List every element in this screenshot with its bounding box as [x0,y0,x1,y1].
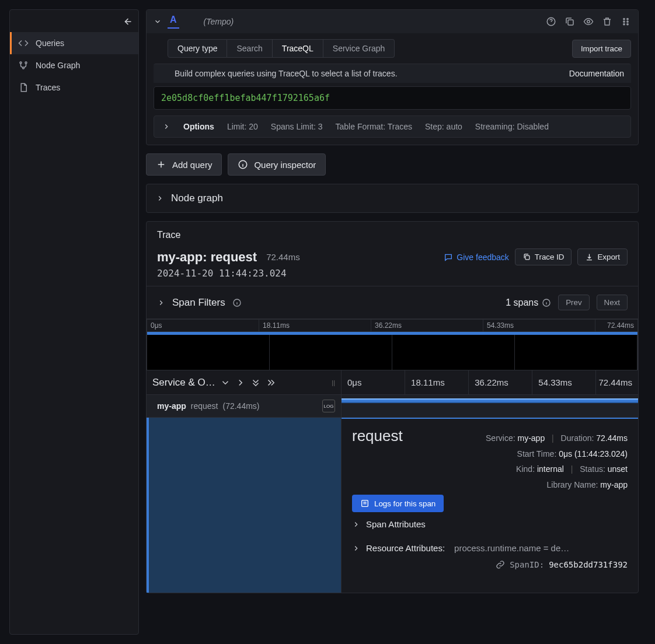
sidebar-item-traces[interactable]: Traces [10,76,138,99]
span-operation: request [191,401,218,411]
svg-point-7 [623,21,625,22]
node-graph-toggle[interactable]: Node graph [147,184,638,212]
tick: 36.22ms [469,370,532,394]
copy-icon[interactable] [565,16,575,27]
add-query-button[interactable]: Add query [146,153,222,176]
plus-icon [156,159,166,170]
chevron-right-icon[interactable] [235,377,246,388]
query-inspector-button[interactable]: Query inspector [228,153,326,176]
svg-point-11 [627,23,628,24]
resize-handle-icon[interactable]: || [332,379,335,386]
meta-start-key: Start Time: [517,449,557,459]
sidebar-item-label: Queries [36,38,64,48]
double-chevron-down-icon[interactable] [250,377,261,388]
span-detail-gutter [147,418,342,593]
datasource-letter[interactable]: A [168,15,179,29]
trace-duration: 72.44ms [266,252,300,262]
link-icon[interactable] [496,560,505,569]
node-graph-title: Node graph [171,192,223,204]
traceql-input[interactable]: 2e05d8cf0eff1befab447f1792165a6f [154,86,631,110]
resource-attributes-toggle[interactable]: Resource Attributes: process.runtime.nam… [352,536,628,560]
copy-icon [522,253,531,261]
span-row[interactable]: my-app request (72.44ms) LOG [147,395,638,418]
import-trace-button[interactable]: Import trace [572,40,631,58]
meta-start-val: 0μs (11:44:23.024) [559,449,628,459]
meta-duration-key: Duration: [561,433,594,443]
options-table-format: Table Format: Traces [336,122,413,131]
trace-id-button[interactable]: Trace ID [515,249,572,265]
svg-point-1 [25,62,27,64]
log-icon [360,499,370,508]
double-chevron-right-icon[interactable] [266,377,276,388]
tick: 54.33ms [532,370,596,394]
collapse-icon [121,16,133,27]
branch-icon [18,60,29,71]
info-icon[interactable] [542,298,551,307]
logs-for-span-button[interactable]: Logs for this span [352,495,444,512]
options-row[interactable]: Options Limit: 20 Spans Limit: 3 Table F… [154,116,631,138]
tab-traceql[interactable]: TraceQL [273,39,323,58]
node-graph-panel: Node graph [146,184,639,213]
logs-for-span-label: Logs for this span [374,499,435,508]
tick: 0μs [342,370,405,394]
query-editor-panel: A (Tempo) Query type Search TraceQL Serv… [146,9,639,145]
meta-kind-val: internal [537,464,564,474]
chevron-down-icon[interactable] [154,18,162,26]
chevron-down-icon[interactable] [220,377,231,388]
tab-service-graph[interactable]: Service Graph [323,39,395,58]
span-duration: (72.44ms) [223,401,260,411]
chevron-right-icon [156,194,164,202]
svg-rect-4 [568,20,573,25]
export-button[interactable]: Export [577,249,628,265]
resource-attrs-preview: process.runtime.name = de… [454,543,569,553]
tab-search[interactable]: Search [227,39,272,58]
trace-timestamp: 2024-11-20 11:44:23.024 [157,268,628,279]
sidebar-item-queries[interactable]: Queries [10,32,138,54]
trash-icon[interactable] [602,16,612,27]
resource-attrs-label: Resource Attributes: [366,543,445,553]
prev-button[interactable]: Prev [558,295,589,310]
span-id-row: SpanID: 9ec65b2dd731f392 [352,560,628,574]
options-label: Options [183,122,214,131]
span-filters-row: Span Filters 1 spans Prev Next [147,286,638,319]
svg-point-5 [587,20,590,23]
info-icon[interactable] [232,298,242,307]
info-icon [238,159,248,170]
give-feedback-link[interactable]: Give feedback [444,253,509,262]
drag-icon[interactable] [621,16,631,27]
add-query-label: Add query [172,160,212,170]
meta-library-key: Library Name: [547,480,598,489]
chevron-right-icon [352,544,360,552]
sidebar-item-label: Traces [36,83,60,92]
sidebar-collapse-button[interactable] [10,13,138,32]
sidebar-item-node-graph[interactable]: Node Graph [10,54,138,76]
tick: 18.11ms [405,370,469,394]
trace-id-label: Trace ID [535,253,565,261]
options-limit: Limit: 20 [227,122,258,131]
span-meta: Service: my-app | Duration: 72.44ms Star… [486,430,628,492]
export-label: Export [597,253,620,261]
log-icon[interactable]: LOG [322,400,335,412]
export-icon [585,253,594,261]
help-icon[interactable] [546,16,556,27]
service-op-col: Service & O… [152,377,215,388]
span-attributes-toggle[interactable]: Span Attributes [352,512,628,536]
feedback-label: Give feedback [457,253,509,262]
svg-point-9 [627,18,628,19]
code-icon [18,38,29,48]
meta-service-val: my-app [517,433,545,443]
eye-icon[interactable] [583,16,594,27]
tick: 72.44ms [595,320,637,331]
trace-minimap[interactable]: 0μs 18.11ms 36.22ms 54.33ms 72.44ms [147,319,638,370]
chevron-right-icon[interactable] [157,299,165,307]
documentation-link[interactable]: Documentation [569,69,624,78]
options-step: Step: auto [425,122,462,131]
next-button[interactable]: Next [597,295,628,310]
tick: 72.44ms [596,370,638,394]
chat-icon [444,253,453,262]
svg-point-8 [623,23,625,24]
trace-header: Trace my-app: request 72.44ms Give feedb… [147,230,638,286]
svg-point-2 [23,67,25,69]
svg-point-6 [623,18,625,19]
tick: 18.11ms [259,320,371,331]
